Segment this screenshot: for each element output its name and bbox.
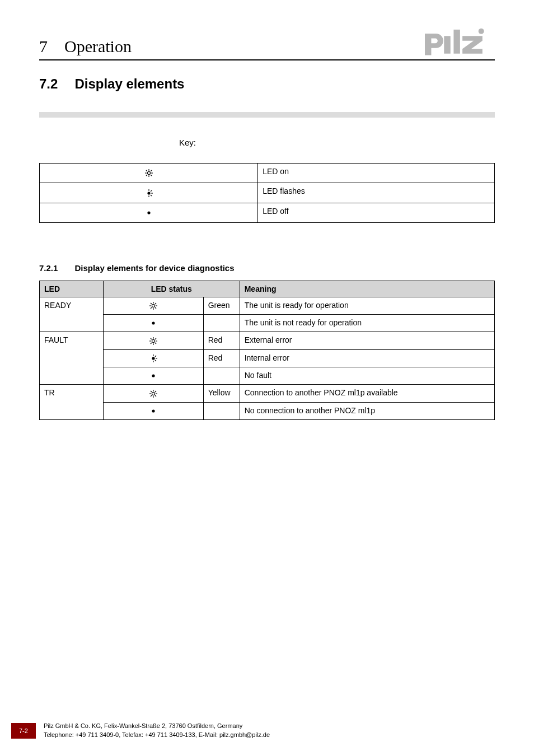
table-row: LED off	[40, 203, 495, 222]
chapter-line: 7 Operation	[39, 37, 132, 56]
pilz-logo	[422, 28, 495, 56]
led-on-icon	[103, 332, 203, 349]
section-title: Display elements	[74, 76, 184, 92]
subsection-title: Display elements for device diagnostics	[74, 263, 234, 273]
led-meaning: The unit is ready for operation	[240, 297, 494, 314]
col-header-status: LED status	[103, 281, 240, 297]
table-row: TR Yellow Connection to another PNOZ ml1…	[40, 385, 495, 402]
led-meaning: The unit is not ready for operation	[240, 315, 494, 332]
key-table: LED on LED flashes LED off	[39, 163, 495, 223]
subsection-number: 7.2.1	[39, 263, 58, 273]
table-row: No connection to another PNOZ ml1p	[40, 402, 495, 419]
table-row: The unit is not ready for operation	[40, 315, 495, 332]
led-color: Green	[203, 297, 240, 314]
header-rule	[39, 59, 495, 60]
led-meaning: External error	[240, 332, 494, 349]
subsection-heading: 7.2.1 Display elements for device diagno…	[39, 263, 495, 273]
led-color: Red	[203, 349, 240, 367]
page-number-badge: 7-2	[11, 723, 36, 739]
led-name: TR	[40, 385, 104, 420]
chapter-title: Operation	[64, 37, 132, 56]
section-heading: 7.2 Display elements	[39, 76, 495, 92]
col-header-led: LED	[40, 281, 104, 297]
led-off-icon	[103, 367, 203, 385]
led-meaning: No fault	[240, 367, 494, 385]
footer-line2: Telephone: +49 711 3409-0, Telefax: +49 …	[44, 731, 270, 739]
led-flash-icon	[40, 183, 258, 203]
svg-point-16	[479, 29, 484, 34]
led-on-icon	[40, 164, 258, 183]
table-row: Red Internal error	[40, 349, 495, 367]
svg-rect-18	[453, 30, 460, 54]
led-color: Red	[203, 332, 240, 349]
section-number: 7.2	[39, 76, 58, 92]
footer-line1: Pilz GmbH & Co. KG, Felix-Wankel-Straße …	[44, 722, 270, 730]
table-row: FAULT Red External error	[40, 332, 495, 349]
led-flash-icon	[103, 349, 203, 367]
led-off-icon	[103, 402, 203, 419]
section-divider-bar	[39, 112, 495, 118]
led-color	[203, 402, 240, 419]
led-name: READY	[40, 297, 104, 332]
led-on-icon	[103, 385, 203, 402]
table-header-row: LED LED status Meaning	[40, 281, 495, 297]
key-desc: LED on	[258, 164, 495, 183]
led-name: FAULT	[40, 332, 104, 385]
led-meaning: Internal error	[240, 349, 494, 367]
led-on-icon	[103, 297, 203, 314]
col-header-meaning: Meaning	[240, 281, 494, 297]
key-desc: LED off	[258, 203, 495, 222]
table-row: No fault	[40, 367, 495, 385]
svg-rect-17	[444, 36, 450, 53]
led-color: Yellow	[203, 385, 240, 402]
key-desc: LED flashes	[258, 183, 495, 203]
led-meaning: No connection to another PNOZ ml1p	[240, 402, 494, 419]
page-footer: 7-2 Pilz GmbH & Co. KG, Felix-Wankel-Str…	[0, 722, 534, 739]
chapter-number: 7	[39, 37, 48, 56]
table-row: LED flashes	[40, 183, 495, 203]
led-color	[203, 367, 240, 385]
led-color	[203, 315, 240, 332]
led-meaning: Connection to another PNOZ ml1p availabl…	[240, 385, 494, 402]
key-label: Key:	[179, 138, 495, 147]
table-row: READY Green The unit is ready for operat…	[40, 297, 495, 314]
footer-text: Pilz GmbH & Co. KG, Felix-Wankel-Straße …	[44, 722, 270, 739]
led-off-icon	[40, 203, 258, 222]
led-off-icon	[103, 315, 203, 332]
page-header: 7 Operation	[39, 28, 495, 56]
diagnostics-table: LED LED status Meaning READY Green The u…	[39, 281, 495, 420]
table-row: LED on	[40, 164, 495, 183]
